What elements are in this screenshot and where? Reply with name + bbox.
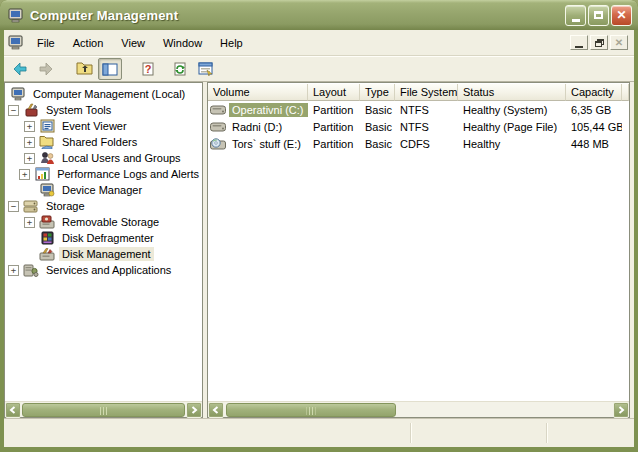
cell-capacity: 448 MB xyxy=(566,138,622,150)
close-button[interactable]: ✕ xyxy=(611,5,632,26)
tree-item-removable-storage[interactable]: + Removable Storage xyxy=(6,214,202,230)
expand-icon[interactable]: + xyxy=(24,137,35,148)
cell-status: Healthy (System) xyxy=(458,104,566,116)
cell-type: Basic xyxy=(360,121,395,133)
expand-icon[interactable]: + xyxy=(24,153,35,164)
titlebar[interactable]: Computer Management ✕ xyxy=(0,0,638,30)
menubar: File Action View Window Help ✕ xyxy=(4,30,634,56)
show-console-tree-icon[interactable] xyxy=(98,58,122,80)
cell-layout: Partition xyxy=(308,121,360,133)
console-window-icon[interactable] xyxy=(8,35,24,50)
tree-item-shared-folders[interactable]: + Shared Folders xyxy=(6,134,202,150)
child-restore-button[interactable] xyxy=(590,35,608,50)
removable-storage-icon xyxy=(39,215,55,229)
list-horizontal-scrollbar[interactable] xyxy=(208,401,629,417)
scroll-left-icon[interactable] xyxy=(5,402,21,418)
column-header-status[interactable]: Status xyxy=(458,84,566,101)
expand-icon[interactable]: + xyxy=(19,169,30,180)
menu-file[interactable]: File xyxy=(28,33,64,53)
volume-label: Radni (D:) xyxy=(229,120,285,134)
event-viewer-icon xyxy=(39,119,55,133)
cell-file-system: CDFS xyxy=(395,138,458,150)
svg-text:?: ? xyxy=(145,63,152,75)
volume-row-d[interactable]: Radni (D:) Partition Basic NTFS Healthy … xyxy=(208,118,629,135)
window-title: Computer Management xyxy=(30,8,565,23)
storage-icon xyxy=(23,199,39,213)
tree-item-system-tools[interactable]: − System Tools xyxy=(6,102,202,118)
cell-status: Healthy xyxy=(458,138,566,150)
workspace: Computer Management (Local) − System Too… xyxy=(4,82,634,418)
cell-layout: Partition xyxy=(308,138,360,150)
collapse-icon[interactable]: − xyxy=(8,201,19,212)
column-header-filler xyxy=(622,84,629,101)
tree-item-computer-management[interactable]: Computer Management (Local) xyxy=(6,86,202,102)
scroll-right-icon[interactable] xyxy=(186,402,202,418)
selected-volume-label: Operativni (C:) xyxy=(229,103,308,117)
collapse-icon[interactable]: − xyxy=(8,105,19,116)
status-separator xyxy=(410,423,411,443)
scrollbar-track[interactable] xyxy=(21,402,186,418)
child-close-button[interactable]: ✕ xyxy=(610,35,628,50)
tree-item-performance-logs[interactable]: + Performance Logs and Alerts xyxy=(6,166,202,182)
menu-help[interactable]: Help xyxy=(211,33,252,53)
scrollbar-track[interactable] xyxy=(224,402,613,418)
column-header-volume[interactable]: Volume xyxy=(208,84,308,101)
cell-type: Basic xyxy=(360,104,395,116)
minimize-button[interactable] xyxy=(565,5,586,26)
cell-layout: Partition xyxy=(308,104,360,116)
cell-file-system: NTFS xyxy=(395,121,458,133)
expand-icon[interactable]: + xyxy=(24,217,35,228)
services-icon xyxy=(23,263,39,277)
export-list-icon[interactable] xyxy=(194,58,218,80)
scrollbar-thumb[interactable] xyxy=(22,403,185,417)
volume-row-c[interactable]: Operativni (C:) Partition Basic NTFS Hea… xyxy=(208,101,629,118)
cd-drive-icon xyxy=(210,138,227,150)
tree-item-disk-defragmenter[interactable]: Disk Defragmenter xyxy=(6,230,202,246)
hard-disk-icon xyxy=(210,121,227,133)
computer-icon xyxy=(10,87,26,101)
volume-row-e[interactable]: Tors` stuff (E:) Partition Basic CDFS He… xyxy=(208,135,629,152)
cell-status: Healthy (Page File) xyxy=(458,121,566,133)
local-users-icon xyxy=(39,151,55,165)
toolbar: ? xyxy=(4,56,634,82)
tree-horizontal-scrollbar[interactable] xyxy=(5,401,202,417)
tree-item-disk-management[interactable]: Disk Management xyxy=(6,246,202,262)
column-header-layout[interactable]: Layout xyxy=(308,84,360,101)
scroll-left-icon[interactable] xyxy=(208,402,224,418)
menu-window[interactable]: Window xyxy=(154,33,211,53)
selected-tree-label: Disk Management xyxy=(59,247,154,261)
tree-item-device-manager[interactable]: Device Manager xyxy=(6,182,202,198)
disk-defragmenter-icon xyxy=(39,231,55,245)
status-bar xyxy=(4,418,634,447)
disk-management-icon xyxy=(39,247,55,261)
cell-capacity: 6,35 GB xyxy=(566,104,622,116)
scrollbar-thumb[interactable] xyxy=(226,403,396,417)
column-header-file-system[interactable]: File System xyxy=(395,84,458,101)
cell-type: Basic xyxy=(360,138,395,150)
list-header: Volume Layout Type File System Status Ca… xyxy=(208,84,629,101)
menu-action[interactable]: Action xyxy=(64,33,113,53)
tree-item-local-users-and-groups[interactable]: + Local Users and Groups xyxy=(6,150,202,166)
tree-item-storage[interactable]: − Storage xyxy=(6,198,202,214)
scroll-right-icon[interactable] xyxy=(613,402,629,418)
performance-icon xyxy=(34,167,50,181)
shared-folders-icon xyxy=(39,135,55,149)
expand-icon[interactable]: + xyxy=(8,265,19,276)
volume-label: Tors` stuff (E:) xyxy=(229,137,304,151)
device-manager-icon xyxy=(39,183,55,197)
cell-capacity: 105,44 GB xyxy=(566,121,622,133)
expand-icon[interactable]: + xyxy=(24,121,35,132)
column-header-type[interactable]: Type xyxy=(360,84,395,101)
tree-item-event-viewer[interactable]: + Event Viewer xyxy=(6,118,202,134)
maximize-button[interactable] xyxy=(588,5,609,26)
forward-icon[interactable] xyxy=(34,58,58,80)
hard-disk-icon xyxy=(210,104,227,116)
tree-item-services-and-applications[interactable]: + Services and Applications xyxy=(6,262,202,278)
column-header-capacity[interactable]: Capacity xyxy=(566,84,622,101)
child-minimize-button[interactable] xyxy=(570,35,588,50)
context-help-icon[interactable]: ? xyxy=(136,58,160,80)
menu-view[interactable]: View xyxy=(112,33,154,53)
up-one-level-icon[interactable] xyxy=(72,58,96,80)
back-icon[interactable] xyxy=(8,58,32,80)
refresh-icon[interactable] xyxy=(168,58,192,80)
